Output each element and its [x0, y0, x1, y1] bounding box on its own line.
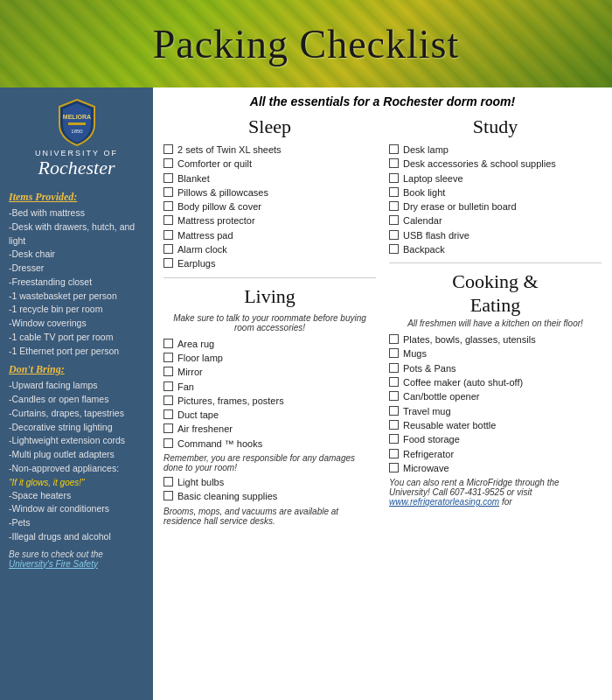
list-item: Alarm clock — [163, 243, 376, 256]
list-item: -1 wastebasket per person — [9, 290, 144, 304]
shield-icon: MELIORA 1850 — [55, 96, 99, 149]
checkbox[interactable] — [389, 463, 399, 472]
list-item: -Decorative string lighting — [9, 421, 144, 435]
list-item: -Space heaters — [9, 489, 144, 503]
checkbox[interactable] — [389, 348, 399, 358]
checkbox[interactable] — [389, 187, 399, 197]
checkbox[interactable] — [163, 410, 173, 419]
list-item: -Desk chair — [9, 248, 144, 262]
checkbox[interactable] — [163, 187, 173, 197]
living-cleaning-note: Brooms, mops, and vacuums are available … — [163, 507, 376, 526]
checkbox[interactable] — [163, 244, 173, 254]
checkbox[interactable] — [163, 215, 173, 225]
checkbox[interactable] — [389, 144, 399, 154]
living-extra-checklist: Light bulbs Basic cleaning supplies — [163, 476, 376, 503]
list-item: Coffee maker (auto shut-off) — [389, 376, 602, 388]
list-item: Food storage — [389, 433, 602, 445]
cooking-checklist: Plates, bowls, glasses, utensils Mugs Po… — [389, 333, 602, 474]
checkbox[interactable] — [389, 334, 399, 344]
list-item: Mattress pad — [163, 229, 376, 242]
svg-text:1850: 1850 — [71, 129, 83, 134]
checkbox[interactable] — [163, 438, 173, 448]
study-checklist: Desk lamp Desk accessories & school supp… — [389, 144, 602, 256]
list-item: -Pets — [9, 516, 144, 530]
checkbox[interactable] — [163, 353, 173, 362]
checkbox[interactable] — [389, 420, 399, 430]
checkbox[interactable] — [163, 230, 173, 240]
list-item: USB flash drive — [389, 229, 602, 242]
checkbox[interactable] — [389, 434, 399, 444]
list-item: Comforter or quilt — [163, 158, 376, 170]
checkbox[interactable] — [389, 377, 399, 387]
list-item: Plates, bowls, glasses, utensils — [389, 333, 602, 346]
checkbox[interactable] — [163, 491, 173, 500]
checkbox[interactable] — [389, 215, 399, 225]
list-item: Earplugs — [163, 257, 376, 270]
checkbox[interactable] — [389, 230, 399, 240]
checkbox[interactable] — [163, 144, 173, 154]
list-item: -Dresser — [9, 262, 144, 276]
fire-safety-link[interactable]: University's Fire Safety — [9, 559, 98, 569]
list-item: -Candles or open flames — [9, 393, 144, 407]
list-item: -Freestanding closet — [9, 276, 144, 290]
items-provided-list: -Bed with mattress -Desk with drawers, h… — [9, 206, 144, 358]
checkbox[interactable] — [389, 173, 399, 183]
list-item: Duct tape — [163, 409, 376, 421]
sidebar-footer: Be sure to check out the University's Fi… — [9, 550, 144, 569]
checkbox[interactable] — [389, 158, 399, 168]
list-item: Basic cleaning supplies — [163, 490, 376, 502]
checkbox[interactable] — [389, 391, 399, 401]
right-content: All the essentials for a Rochester dorm … — [153, 88, 612, 700]
sidebar: MELIORA 1850 UNIVERSITY of Rochester Ite… — [0, 88, 153, 700]
checkbox[interactable] — [163, 173, 173, 183]
checkbox[interactable] — [389, 363, 399, 373]
list-item: Area rug — [163, 338, 376, 350]
list-item: -1 recycle bin per room — [9, 303, 144, 317]
checkbox[interactable] — [163, 339, 173, 348]
checkbox[interactable] — [163, 158, 173, 168]
list-item: Microwave — [389, 462, 602, 474]
list-item: -Window coverings — [9, 317, 144, 331]
checkbox[interactable] — [163, 258, 173, 268]
checkbox[interactable] — [163, 201, 173, 211]
list-item: Mirror — [163, 366, 376, 378]
checkbox[interactable] — [389, 406, 399, 416]
main-content: MELIORA 1850 UNIVERSITY of Rochester Ite… — [0, 88, 612, 700]
living-damages-note: Remember, you are responsible for any da… — [163, 453, 376, 472]
items-provided-title: Items Provided: — [9, 191, 144, 204]
divider — [389, 262, 602, 263]
checkbox[interactable] — [163, 396, 173, 405]
list-item: Desk lamp — [389, 144, 602, 156]
content-columns: Sleep 2 sets of Twin XL sheets Comforter… — [163, 116, 602, 526]
list-item: Light bulbs — [163, 476, 376, 488]
list-item: Reusable water bottle — [389, 419, 602, 431]
dont-bring-title: Don't Bring: — [9, 363, 144, 376]
footer-text: Be sure to check out the — [9, 550, 103, 559]
university-logo: MELIORA 1850 UNIVERSITY of Rochester — [9, 96, 144, 186]
list-item: -Non-approved appliances: — [9, 462, 144, 476]
refrigerator-link[interactable]: www.refrigeratorleasing.com — [389, 497, 499, 507]
svg-rect-1 — [68, 122, 86, 125]
checkbox[interactable] — [163, 382, 173, 391]
list-item: 2 sets of Twin XL sheets — [163, 144, 376, 156]
checkbox[interactable] — [163, 367, 173, 376]
right-column: Study Desk lamp Desk accessories & schoo… — [389, 116, 602, 526]
page-title: Packing Checklist — [153, 21, 459, 67]
list-item: Calendar — [389, 214, 602, 227]
list-item: Pillows & pillowcases — [163, 186, 376, 199]
checkbox[interactable] — [389, 449, 399, 458]
list-item: Body pillow & cover — [163, 200, 376, 213]
sleep-section-header: Sleep — [163, 116, 376, 138]
list-item: Backpack — [389, 243, 602, 256]
list-item: Pots & Pans — [389, 362, 602, 374]
checkbox[interactable] — [389, 201, 399, 211]
checkbox[interactable] — [389, 244, 399, 254]
checkbox[interactable] — [163, 477, 173, 486]
list-item: Dry erase or bulletin board — [389, 200, 602, 213]
sleep-checklist: 2 sets of Twin XL sheets Comforter or qu… — [163, 144, 376, 270]
page-subtitle: All the essentials for a Rochester dorm … — [163, 94, 602, 108]
list-item: Refrigerator — [389, 448, 602, 460]
list-item: -Upward facing lamps — [9, 379, 144, 393]
living-section-header: Living — [163, 285, 376, 308]
checkbox[interactable] — [163, 424, 173, 433]
